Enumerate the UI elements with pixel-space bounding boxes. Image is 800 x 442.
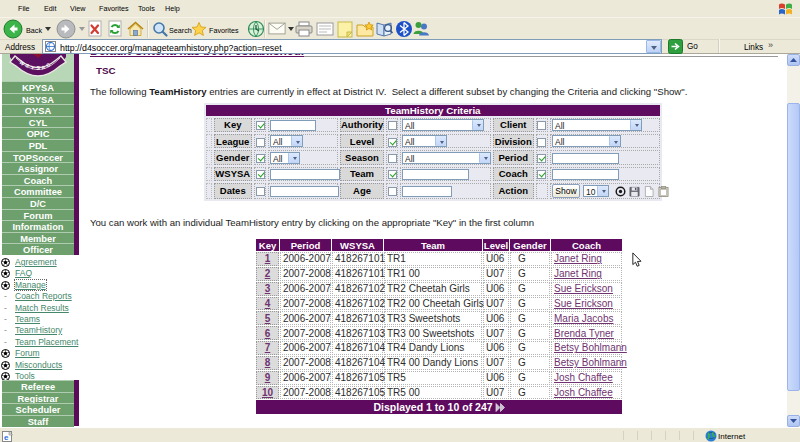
svg-text:e: e (4, 433, 9, 442)
